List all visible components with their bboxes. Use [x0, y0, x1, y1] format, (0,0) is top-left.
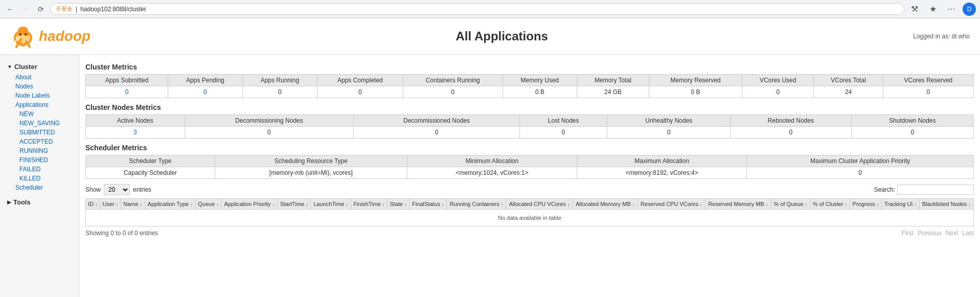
forward-button[interactable]: →	[19, 3, 32, 15]
app-table-header-20[interactable]: Blacklisted Nodes ↕	[919, 199, 973, 210]
cluster-metrics-value-7: 0 B	[649, 86, 742, 98]
cluster-nodes-value-4: 0	[607, 127, 731, 139]
address-bar[interactable]: 不安全 | hadoop102:8088/cluster	[50, 3, 904, 15]
cluster-nodes-value-0: 3	[86, 127, 185, 139]
app-table-header-13[interactable]: Allocated Memory MB ↕	[573, 199, 637, 210]
app-table-header-16[interactable]: % of Queue ↕	[771, 199, 810, 210]
app-table-header-18[interactable]: Progress ↕	[850, 199, 881, 210]
cluster-metrics-value-3: 0	[317, 86, 403, 98]
cluster-metrics-value-9: 24	[814, 86, 883, 98]
app-table-header-0[interactable]: ID ↕	[86, 199, 100, 210]
no-data-row: No data available in table	[86, 210, 974, 226]
cluster-metrics-header-0: Apps Submitted	[86, 75, 168, 86]
show-entries-select[interactable]: 20 50 100	[104, 184, 130, 195]
address-bar-separator: |	[76, 6, 77, 13]
browser-profile-avatar[interactable]: D	[963, 3, 976, 16]
cluster-nodes-value-3: 0	[519, 127, 607, 139]
hadoop-logo-text: hadoop	[39, 28, 90, 44]
scheduler-value-1: [memory-mb (unit=Mi), vcores]	[215, 167, 407, 179]
scheduler-value-0: Capacity Scheduler	[86, 167, 215, 179]
extensions-button[interactable]: ⚒	[907, 2, 922, 16]
sidebar-item-killed[interactable]: KILLED	[4, 174, 75, 183]
first-page-link[interactable]: First	[902, 230, 914, 237]
app-table-header-12[interactable]: Allocated CPU VCores ↕	[506, 199, 573, 210]
cluster-metrics-value-0: 0	[86, 86, 168, 98]
svg-point-6	[25, 33, 27, 35]
cluster-metrics-value-5: 0 B	[503, 86, 577, 98]
page-title: All Applications	[90, 29, 913, 43]
sidebar-item-failed[interactable]: FAILED	[4, 165, 75, 174]
cluster-metrics-title: Cluster Metrics	[85, 63, 974, 71]
sidebar-item-about[interactable]: About	[4, 73, 75, 82]
cluster-nodes-header-6: Shutdown Nodes	[851, 115, 973, 127]
sidebar-item-finished[interactable]: FINISHED	[4, 155, 75, 165]
cluster-metrics-value-4: 0	[403, 86, 503, 98]
app-table-header-5[interactable]: Application Priority ↕	[221, 199, 278, 210]
search-input[interactable]	[897, 185, 974, 195]
cluster-nodes-value-2: 0	[354, 127, 520, 139]
app-table-header-3[interactable]: Application Type ↕	[145, 199, 195, 210]
previous-page-link[interactable]: Previous	[918, 230, 942, 237]
cluster-nodes-metrics-table: Active NodesDecommissioning NodesDecommi…	[85, 115, 974, 139]
cluster-nodes-value-5: 0	[731, 127, 851, 139]
app-table-header-4[interactable]: Queue ↕	[195, 199, 221, 210]
scheduler-header-1: Scheduling Resource Type	[215, 155, 407, 167]
cluster-metrics-header-7: Memory Reserved	[649, 75, 742, 86]
search-container: Search:	[874, 185, 974, 195]
cluster-nodes-header-1: Decommissioning Nodes	[185, 115, 354, 127]
svg-point-5	[19, 33, 21, 35]
entries-label: entries	[133, 186, 151, 193]
sidebar-tools-title[interactable]: ▶ Tools	[4, 196, 75, 208]
back-button[interactable]: ←	[4, 3, 16, 15]
table-controls: Show 20 50 100 entries Search:	[85, 184, 974, 195]
app-table-header-1[interactable]: User ↕	[100, 199, 121, 210]
sidebar-cluster-label: Cluster	[14, 63, 37, 71]
sidebar-item-running[interactable]: RUNNING	[4, 146, 75, 155]
cluster-metrics-header-5: Memory Used	[503, 75, 577, 86]
browser-menu-button[interactable]: ⋯	[944, 2, 959, 16]
sidebar-item-accepted[interactable]: ACCEPTED	[4, 137, 75, 146]
app-table-header-2[interactable]: Name ↕	[121, 199, 145, 210]
scheduler-header-3: Maximum Allocation	[577, 155, 747, 167]
table-controls-left: Show 20 50 100 entries	[85, 184, 151, 195]
favorites-button[interactable]: ★	[926, 2, 940, 16]
table-footer: Showing 0 to 0 of 0 entries First Previo…	[85, 230, 974, 237]
app-table-header-7[interactable]: LaunchTime ↕	[311, 199, 351, 210]
logged-in-user: Logged in as: dr.who	[913, 33, 975, 40]
cluster-arrow-icon: ▼	[7, 64, 12, 70]
cluster-nodes-header-4: Unhealthy Nodes	[607, 115, 731, 127]
no-data-message: No data available in table	[86, 210, 974, 226]
sidebar-item-scheduler[interactable]: Scheduler	[4, 183, 75, 192]
sidebar-item-new-saving[interactable]: NEW_SAVING	[4, 119, 75, 128]
app-table-header-6[interactable]: StartTime ↕	[278, 199, 311, 210]
sidebar-item-applications[interactable]: Applications	[4, 100, 75, 109]
app-wrapper: hadoop All Applications Logged in as: dr…	[0, 18, 980, 297]
cluster-metrics-header-8: VCores Used	[742, 75, 814, 86]
pagination-links: First Previous Next Last	[902, 230, 974, 237]
app-table-header-8[interactable]: FinishTime ↕	[351, 199, 387, 210]
reload-button[interactable]: ⟳	[35, 3, 47, 15]
app-table-header-10[interactable]: FinalStatus ↕	[409, 199, 447, 210]
cluster-metrics-value-2: 0	[242, 86, 317, 98]
app-table-header-17[interactable]: % of Cluster ↕	[810, 199, 850, 210]
app-table-header-15[interactable]: Reserved Memory MB ↕	[705, 199, 771, 210]
sidebar-item-nodes[interactable]: Nodes	[4, 82, 75, 91]
cluster-metrics-value-8: 0	[742, 86, 814, 98]
sidebar-item-new[interactable]: NEW	[4, 109, 75, 119]
scheduler-value-3: <memory:8192, vCores:4>	[577, 167, 747, 179]
app-table-header-11[interactable]: Running Containers ↕	[447, 199, 506, 210]
svg-point-4	[18, 27, 28, 35]
next-page-link[interactable]: Next	[946, 230, 959, 237]
app-table-header-14[interactable]: Reserved CPU VCores ↕	[637, 199, 705, 210]
last-page-link[interactable]: Last	[962, 230, 974, 237]
sidebar-item-node-labels[interactable]: Node Labels	[4, 91, 75, 100]
sidebar-cluster-title[interactable]: ▼ Cluster	[4, 61, 75, 73]
browser-chrome: ← → ⟳ 不安全 | hadoop102:8088/cluster ⚒ ★ ⋯…	[0, 0, 980, 18]
sidebar-item-submitted[interactable]: SUBMITTED	[4, 128, 75, 137]
scheduler-value-2: <memory:1024, vCores:1>	[407, 167, 577, 179]
scheduler-header-0: Scheduler Type	[86, 155, 215, 167]
app-table-header-9[interactable]: State ↕	[388, 199, 409, 210]
browser-icons: ⚒ ★ ⋯ D	[907, 2, 976, 16]
app-table-header-19[interactable]: Tracking UI ↕	[881, 199, 919, 210]
cluster-metrics-header-1: Apps Pending	[168, 75, 242, 86]
